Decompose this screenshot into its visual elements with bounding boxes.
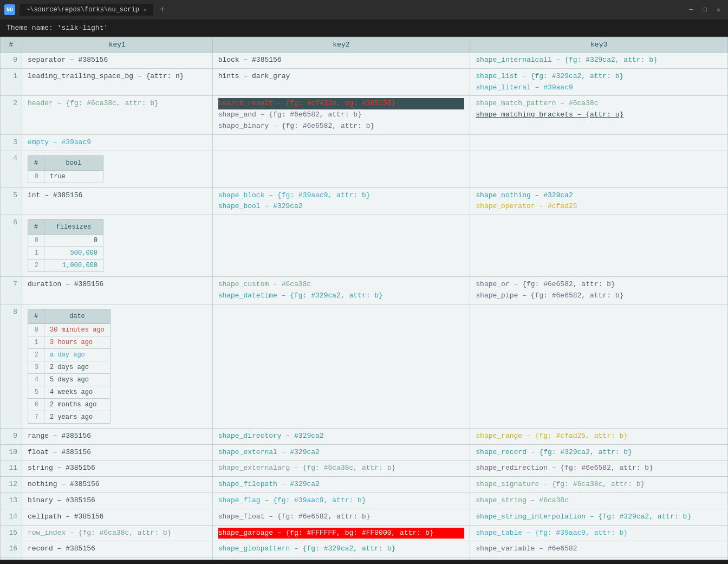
table-cell-key3: shape_table – {fg: #39aac9, attr: b} <box>470 525 728 541</box>
table-cell-key2: shape_filepath – #329ca2 <box>212 477 470 493</box>
bottom-bar <box>0 560 728 562</box>
table-cell-key3 <box>470 151 728 187</box>
table-row: 14cellpath – #385156shape_float – {fg: #… <box>1 509 728 525</box>
row-number: 0 <box>1 53 22 69</box>
col-header-key3: key3 <box>470 37 728 53</box>
cell-text: shape_string_interpolation – {fg: #329ca… <box>476 511 722 523</box>
table-cell-key2 <box>212 134 470 151</box>
titlebar: NU ~\source\repos\forks\nu_scrip ✕ + — □… <box>0 0 728 20</box>
table-cell-key2: shape_directory – #329ca2 <box>212 428 470 444</box>
cell-text: shape_list – {fg: #329ca2, attr: b} <box>476 71 722 82</box>
cell-text: shape_block – {fg: #39aac9, attr: b} <box>218 190 465 202</box>
tab-label: ~\source\repos\forks\nu_scrip <box>26 6 139 14</box>
cell-text: record – #385156 <box>28 543 207 555</box>
table-row: 13binary – #385156shape_flag – {fg: #39a… <box>1 492 728 509</box>
row-number: 4 <box>1 151 22 187</box>
table-row: 16record – #385156shape_globpattern – {f… <box>1 541 728 557</box>
table-cell-key2: search_result – {fg: #cf432e, bg: #38515… <box>212 96 470 134</box>
cell-text: shape_custom – #6ca38c <box>218 279 465 290</box>
table-cell-key3: shape_string – #6ca38c <box>470 492 728 509</box>
table-cell-key1: string – #385156 <box>22 461 213 477</box>
maximize-button[interactable]: □ <box>700 6 710 14</box>
cell-text: shape_variable – #6e6582 <box>476 543 722 555</box>
table-cell-key3 <box>470 134 728 151</box>
data-table: # key1 key2 key3 0separator – #385156blo… <box>0 37 728 560</box>
table-row: 0separator – #385156block – #385156shape… <box>1 53 728 69</box>
cell-text: header – {fg: #6ca38c, attr: b} <box>28 98 207 109</box>
row-number: 3 <box>1 134 22 151</box>
table-row: 8#date030 minutes ago13 hours ago2a day … <box>1 304 728 428</box>
table-cell-key2: shape_garbage – {fg: #FFFFFF, bg: #FF000… <box>212 525 470 541</box>
table-cell-key3 <box>470 215 728 277</box>
table-row: 9range – #385156shape_directory – #329ca… <box>1 428 728 444</box>
cell-text: shape_pipe – {fg: #6e6582, attr: b} <box>476 290 722 302</box>
table-cell-key2: shape_float – {fg: #6e6582, attr: b} <box>212 509 470 525</box>
cell-text: shape_range – {fg: #cfad25, attr: b} <box>476 431 722 442</box>
active-tab[interactable]: ~\source\repos\forks\nu_scrip ✕ <box>20 4 153 16</box>
table-row: 1leading_trailing_space_bg – {attr: n}hi… <box>1 68 728 96</box>
cell-text: shape_or – {fg: #6e6582, attr: b} <box>476 279 722 290</box>
cell-text: shape_string – #6ca38c <box>476 495 722 507</box>
cell-text: range – #385156 <box>28 431 207 442</box>
table-cell-key2: shape_external – #329ca2 <box>212 444 470 461</box>
tab-close-button[interactable]: ✕ <box>144 7 147 13</box>
cell-text: shape_bool – #329ca2 <box>218 201 465 212</box>
cell-text: separator – #385156 <box>28 55 207 66</box>
table-cell-key1: cellpath – #385156 <box>22 509 213 525</box>
row-number: 6 <box>1 215 22 277</box>
table-cell-key3: shape_or – {fg: #6e6582, attr: b}shape_p… <box>470 277 728 304</box>
row-number: 5 <box>1 187 22 215</box>
table-cell-key1: #date030 minutes ago13 hours ago2a day a… <box>22 304 213 428</box>
table-cell-key1: #bool0true <box>22 151 213 187</box>
cell-text: block – #385156 <box>218 55 465 66</box>
table-cell-key3: shape_range – {fg: #cfad25, attr: b} <box>470 428 728 444</box>
table-cell-key1: #filesizes001500,00021,000,000 <box>22 215 213 277</box>
app-icon: NU <box>4 4 15 15</box>
cell-text: string – #385156 <box>28 463 207 474</box>
cell-text: shape_match_pattern – #6ca38c <box>476 98 722 109</box>
table-cell-key3: shape_list – {fg: #329ca2, attr: b}shape… <box>470 68 728 96</box>
theme-name-text: Theme name: 'silk-light' <box>6 24 108 32</box>
table-cell-key1: row_index – {fg: #6ca38c, attr: b} <box>22 525 213 541</box>
table-cell-key3: shape_match_pattern – #6ca38cshape_match… <box>470 96 728 134</box>
table-cell-key2: shape_externalarg – {fg: #6ca38c, attr: … <box>212 461 470 477</box>
cell-text: shape_flag – {fg: #39aac9, attr: b} <box>218 495 465 507</box>
table-cell-key2: shape_globpattern – {fg: #329ca2, attr: … <box>212 541 470 557</box>
row-number: 12 <box>1 477 22 493</box>
table-cell-key3: shape_record – {fg: #329ca2, attr: b} <box>470 444 728 461</box>
window-controls: — □ ✕ <box>686 6 724 14</box>
row-number: 2 <box>1 96 22 134</box>
cell-text: shape_datetime – {fg: #329ca2, attr: b} <box>218 290 465 302</box>
table-cell-key1: duration – #385156 <box>22 277 213 304</box>
row-number: 14 <box>1 509 22 525</box>
cell-text: shape_literal – #39aac9 <box>476 82 722 94</box>
new-tab-button[interactable]: + <box>158 5 167 15</box>
table-cell-key1: int – #385156 <box>22 187 213 215</box>
row-number: 13 <box>1 492 22 509</box>
table-cell-key2 <box>212 304 470 428</box>
cell-text: shape_internalcall – {fg: #329ca2, attr:… <box>476 55 722 66</box>
minimize-button[interactable]: — <box>686 6 696 14</box>
close-button[interactable]: ✕ <box>713 6 724 14</box>
main-content[interactable]: # key1 key2 key3 0separator – #385156blo… <box>0 37 728 560</box>
table-cell-key1: float – #385156 <box>22 444 213 461</box>
row-number: 11 <box>1 461 22 477</box>
cell-text: row_index – {fg: #6ca38c, attr: b} <box>28 528 207 539</box>
row-number: 9 <box>1 428 22 444</box>
table-cell-key1: empty – #39aac9 <box>22 134 213 151</box>
table-cell-key1: header – {fg: #6ca38c, attr: b} <box>22 96 213 134</box>
col-header-key2: key2 <box>212 37 470 53</box>
cell-text: hints – dark_gray <box>218 71 465 82</box>
table-row: 15row_index – {fg: #6ca38c, attr: b}shap… <box>1 525 728 541</box>
table-cell-key1: binary – #385156 <box>22 492 213 509</box>
table-cell-key2: shape_flag – {fg: #39aac9, attr: b} <box>212 492 470 509</box>
cell-text: shape_filepath – #329ca2 <box>218 479 465 490</box>
cell-text: shape_externalarg – {fg: #6ca38c, attr: … <box>218 463 465 474</box>
cell-text: empty – #39aac9 <box>28 137 207 148</box>
table-row: 3empty – #39aac9 <box>1 134 728 151</box>
cell-text: binary – #385156 <box>28 495 207 507</box>
cell-text: shape_external – #329ca2 <box>218 447 465 458</box>
table-cell-key1: separator – #385156 <box>22 53 213 69</box>
table-cell-key3 <box>470 304 728 428</box>
row-number: 10 <box>1 444 22 461</box>
